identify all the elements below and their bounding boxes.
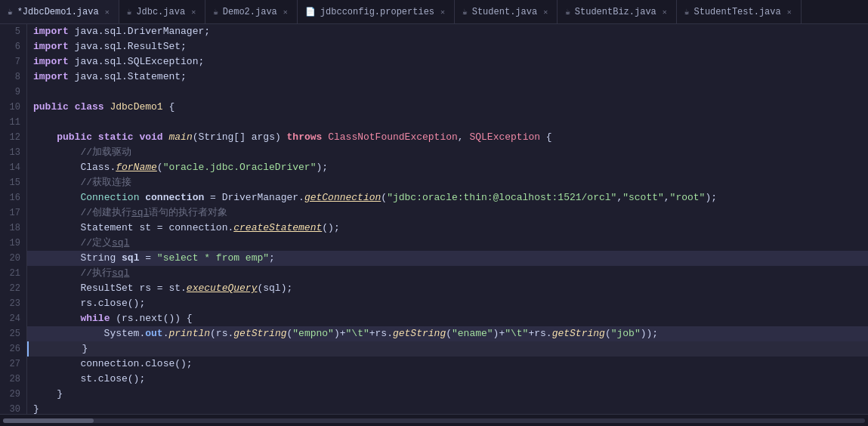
line-num-14: 14 [3,160,20,175]
tab-label: Student.java [472,7,537,17]
method-main: main [169,130,193,145]
tab-close-button[interactable]: ✕ [661,7,669,17]
method-getconnection: getConnection [304,190,381,205]
code-line-27: connection.close(); [27,357,868,372]
tab-bar: ☕ *JdbcDemo1.java ✕ ☕ Jdbc.java ✕ ☕ Demo… [0,0,868,24]
java-file-icon: ☕ [8,7,13,17]
string-oracle-driver: "oracle.jdbc.OracleDriver" [163,160,317,175]
code-line-10: public class JdbcDemo1 { [27,100,868,115]
line-num-25: 25 [3,326,20,341]
java-file-icon: ☕ [213,7,218,17]
horizontal-scrollbar[interactable] [0,414,868,426]
tab-jdbc[interactable]: ☕ Jdbc.java ✕ [119,0,205,23]
string-sql-value: "select * from emp" [157,251,269,266]
tab-jdbcdemo1[interactable]: ☕ *JdbcDemo1.java ✕ [0,0,119,23]
tab-close-button[interactable]: ✕ [786,7,793,17]
java-file-icon: ☕ [462,7,468,17]
java-file-icon: ☕ [565,7,570,17]
exception-sqlexception: SQLException [469,130,540,145]
line-num-18: 18 [3,221,20,236]
tab-close-button[interactable]: ✕ [103,7,111,17]
line-num-5: 5 [3,24,20,39]
class-name: JdbcDemo1 [110,100,162,115]
code-line-20: String sql = "select * from emp"; [27,251,868,266]
code-line-30: } [27,402,868,414]
tab-jdbcconfig[interactable]: 📄 jdbcconfig.properties ✕ [298,0,455,23]
tab-close-button[interactable]: ✕ [439,7,446,17]
line-num-8: 8 [3,69,20,85]
field-out: out [145,326,162,341]
line-num-22: 22 [3,281,20,296]
tab-close-button[interactable]: ✕ [190,7,197,17]
code-line-18: Statement st = connection.createStatemen… [27,221,868,236]
code-line-14: Class.forName("oracle.jdbc.OracleDriver"… [27,160,868,175]
keyword-static: static [98,130,134,145]
code-line-11 [27,115,868,130]
exception-classnotfound: ClassNotFoundException [328,130,458,145]
code-line-7: import java.sql.SQLException; [27,54,868,69]
method-createstatement: createStatement [233,221,322,236]
string-pass: "root" [670,190,706,205]
tab-close-button[interactable]: ✕ [282,7,289,17]
properties-file-icon: 📄 [305,7,316,17]
java-file-icon: ☕ [684,7,690,17]
code-line-24: while (rs.next()) { [27,311,868,326]
comment-exec-sql: //执行sql [80,266,129,281]
comment-define-sql: //定义sql [80,236,129,251]
tab-student[interactable]: ☕ Student.java ✕ [455,0,558,23]
line-num-7: 7 [3,54,20,69]
code-line-13: //加载驱动 [27,145,868,160]
code-line-25: System.out.println(rs.getString("empno")… [27,326,868,341]
method-getstring3: getString [552,326,605,341]
string-jdbc-url: "jdbc:oracle:thin:@localhost:1521/orcl" [387,190,616,205]
keyword-import: import [33,39,69,54]
keyword-void: void [139,130,162,145]
code-line-19: //定义sql [27,236,868,251]
code-content[interactable]: import java.sql.DriverManager; import ja… [27,24,868,414]
code-line-5: import java.sql.DriverManager; [27,24,868,39]
code-line-28: st.close(); [27,372,868,387]
keyword-import: import [33,54,69,69]
str-tab1: "\t" [346,326,369,341]
code-line-21: //执行sql [27,266,868,281]
code-line-9 [27,85,868,100]
line-num-26: 26 [3,341,20,357]
line-num-15: 15 [3,175,20,190]
tab-label: *JdbcDemo1.java [17,7,99,17]
tab-label: StudentBiz.java [575,7,656,17]
tab-close-button[interactable]: ✕ [542,7,549,17]
scrollbar-track[interactable] [3,418,865,423]
line-num-6: 6 [3,39,20,54]
tab-demo2[interactable]: ☕ Demo2.java ✕ [205,0,298,23]
keyword-public: public [33,100,69,115]
code-line-17: //创建执行sql语句的执行者对象 [27,205,868,221]
str-job: "job" [611,326,641,341]
line-num-9: 9 [3,85,20,100]
str-tab2: "\t" [505,326,528,341]
line-num-12: 12 [3,130,20,145]
keyword-throws: throws [287,130,323,145]
scrollbar-thumb[interactable] [3,418,94,423]
line-num-30: 30 [3,402,20,414]
var-connection: connection [145,190,204,205]
code-lines-container: import java.sql.DriverManager; import ja… [27,24,868,414]
method-forname: forName [116,160,157,175]
var-sql: sql [122,251,139,266]
tab-studenttest[interactable]: ☕ StudentTest.java ✕ [677,0,802,23]
line-num-11: 11 [3,115,20,130]
code-line-22: ResultSet rs = st.executeQuery(sql); [27,281,868,296]
line-numbers-gutter: 5 6 7 8 9 10 11 12 13 14 15 16 17 18 19 … [0,24,27,414]
string-user: "scott" [622,190,664,205]
editor-area: 5 6 7 8 9 10 11 12 13 14 15 16 17 18 19 … [0,24,868,414]
line-num-13: 13 [3,145,20,160]
tab-label: StudentTest.java [693,7,780,17]
tab-studentbiz[interactable]: ☕ StudentBiz.java ✕ [558,0,677,23]
method-executequery: executeQuery [187,281,258,296]
line-num-20: 20 [3,251,20,266]
code-line-8: import java.sql.Statement; [27,69,868,85]
line-num-29: 29 [3,387,20,402]
method-getstring1: getString [233,326,286,341]
code-line-12: public static void main(String[] args) t… [27,130,868,145]
tab-label: Demo2.java [223,7,277,17]
line-num-17: 17 [3,205,20,221]
